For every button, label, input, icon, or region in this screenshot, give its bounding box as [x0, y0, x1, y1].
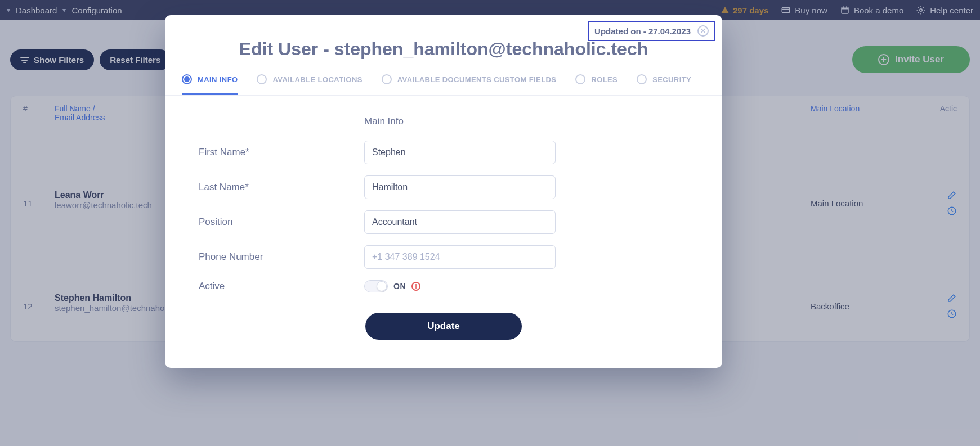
- updated-on-box: Updated on - 27.04.2023 ✕: [588, 21, 715, 41]
- position-label: Position: [199, 217, 364, 228]
- active-toggle-wrap: ON i: [364, 280, 420, 292]
- active-toggle[interactable]: [364, 280, 388, 292]
- tab-roles[interactable]: ROLES: [575, 74, 617, 95]
- phone-input[interactable]: [364, 245, 556, 269]
- phone-label: Phone Number: [199, 251, 364, 263]
- tab-available-documents-custom-fields[interactable]: AVAILABLE DOCUMENTS CUSTOM FIELDS: [382, 74, 557, 95]
- modal-title: Edit User - stephen_hamilton@technaholic…: [165, 39, 722, 60]
- tab-security[interactable]: SECURITY: [637, 74, 691, 95]
- first-name-input[interactable]: [364, 141, 556, 164]
- last-name-input[interactable]: [364, 175, 556, 199]
- form-area: Main Info First Name* Last Name* Positio…: [165, 96, 722, 351]
- radio-icon: [575, 74, 585, 84]
- tab-available-locations[interactable]: AVAILABLE LOCATIONS: [257, 74, 362, 95]
- field-last-name: Last Name*: [199, 175, 688, 199]
- update-button[interactable]: Update: [365, 313, 522, 340]
- updated-on-label: Updated on - 27.04.2023: [594, 26, 691, 36]
- info-icon[interactable]: i: [411, 282, 420, 291]
- radio-icon: [182, 74, 192, 84]
- edit-user-modal: Updated on - 27.04.2023 ✕ Edit User - st…: [165, 15, 722, 368]
- first-name-label: First Name*: [199, 147, 364, 158]
- field-phone: Phone Number: [199, 245, 688, 269]
- radio-icon: [382, 74, 392, 84]
- position-input[interactable]: [364, 210, 556, 234]
- section-label-main-info: Main Info: [364, 116, 688, 127]
- radio-icon: [257, 74, 267, 84]
- submit-row: Update: [199, 313, 688, 340]
- field-active: Active ON i: [199, 280, 688, 292]
- active-label: Active: [199, 281, 364, 292]
- last-name-label: Last Name*: [199, 182, 364, 193]
- tab-main-info[interactable]: MAIN INFO: [182, 74, 238, 95]
- field-first-name: First Name*: [199, 141, 688, 164]
- field-position: Position: [199, 210, 688, 234]
- modal-header: Updated on - 27.04.2023 ✕: [165, 15, 722, 41]
- active-state-label: ON: [393, 282, 406, 291]
- modal-tabs: MAIN INFO AVAILABLE LOCATIONS AVAILABLE …: [165, 60, 722, 96]
- close-icon[interactable]: ✕: [697, 25, 709, 37]
- radio-icon: [637, 74, 647, 84]
